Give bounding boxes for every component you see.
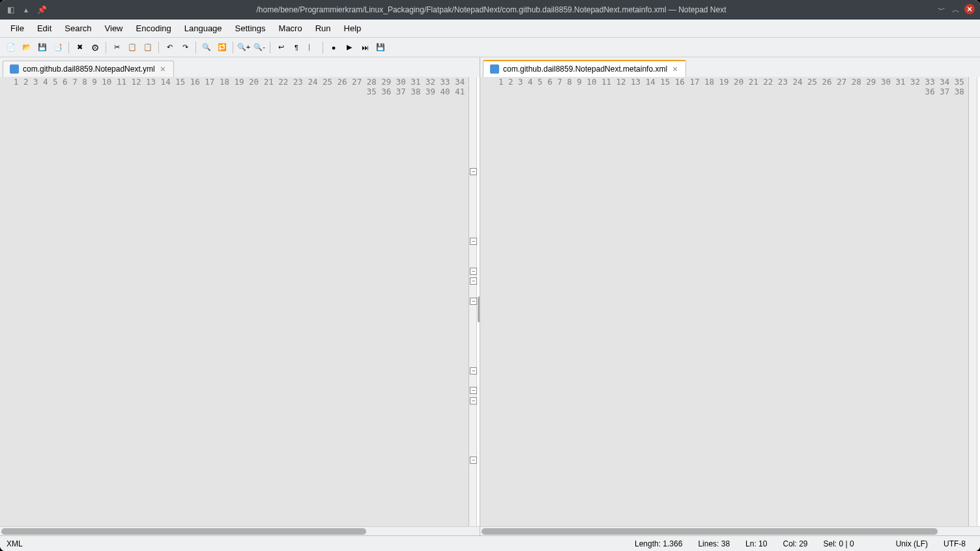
app-window: ◧ ▴ 📌 /home/bene/Programmierkram/Linux_P… — [0, 0, 980, 551]
close-all-icon[interactable]: ⮿ — [88, 40, 102, 55]
close-icon[interactable]: ✖ — [72, 40, 87, 55]
right-editor[interactable]: 1 2 3 4 5 6 7 8 9 10 11 12 13 14 15 16 1… — [480, 77, 980, 526]
find-icon[interactable]: 🔍 — [199, 40, 214, 55]
run-macro-icon[interactable]: ⏭ — [358, 40, 372, 55]
fold-gutter[interactable] — [969, 77, 977, 526]
status-length: Length: 1.366 — [627, 539, 690, 548]
record-macro-icon[interactable]: ● — [326, 40, 341, 55]
cut-icon[interactable]: ✂ — [109, 40, 124, 55]
status-encoding: UTF-8 — [936, 539, 973, 548]
titlebar: ◧ ▴ 📌 /home/bene/Programmierkram/Linux_P… — [0, 0, 980, 20]
statusbar: XML Length: 1.366 Lines: 38 Ln: 10 Col: … — [0, 535, 980, 551]
whitespace-icon[interactable]: ¶ — [289, 40, 304, 55]
tab-close-icon[interactable]: × — [671, 65, 679, 73]
fold-toggle[interactable]: − — [470, 277, 477, 285]
replace-icon[interactable]: 🔁 — [215, 40, 229, 55]
editor-area: com.github.dail8859.NotepadNext.yml × 1 … — [0, 57, 980, 535]
menu-encoding[interactable]: Encoding — [130, 21, 178, 36]
copy-icon[interactable]: 📋 — [125, 40, 139, 55]
file-icon — [490, 64, 499, 74]
file-icon — [10, 64, 19, 74]
save-macro-icon[interactable]: 💾 — [373, 40, 388, 55]
status-eol: Unix (LF) — [888, 539, 936, 548]
right-tab[interactable]: com.github.dail8859.NotepadNext.metainfo… — [483, 60, 686, 77]
fold-toggle[interactable]: − — [470, 387, 477, 394]
fold-toggle[interactable]: − — [470, 457, 477, 464]
tab-label: com.github.dail8859.NotepadNext.yml — [23, 64, 155, 74]
fold-toggle[interactable]: − — [470, 298, 477, 305]
menu-language[interactable]: Language — [178, 21, 229, 36]
left-pane: com.github.dail8859.NotepadNext.yml × 1 … — [0, 57, 480, 535]
zoom-in-icon[interactable]: 🔍+ — [237, 40, 251, 55]
fold-toggle[interactable]: − — [470, 397, 477, 404]
open-file-icon[interactable]: 📂 — [20, 40, 34, 55]
line-gutter: 1 2 3 4 5 6 7 8 9 10 11 12 13 14 15 16 1… — [0, 77, 469, 526]
tab-label: com.github.dail8859.NotepadNext.metainfo… — [503, 64, 667, 74]
menu-view[interactable]: View — [98, 21, 130, 36]
save-icon[interactable]: 💾 — [35, 40, 50, 55]
keep-above-icon[interactable]: ▴ — [21, 5, 31, 15]
new-file-icon[interactable]: 📄 — [4, 40, 18, 55]
status-sel: Sel: 0 | 0 — [816, 539, 862, 548]
minimize-button[interactable]: ﹀ — [936, 4, 947, 16]
undo-icon[interactable]: ↶ — [162, 40, 177, 55]
fold-gutter[interactable]: −−−−−−−−− — [469, 77, 477, 526]
right-pane: com.github.dail8859.NotepadNext.metainfo… — [480, 57, 980, 535]
maximize-button[interactable]: ︿ — [950, 4, 962, 16]
status-col: Col: 29 — [775, 539, 815, 548]
left-tabbar: com.github.dail8859.NotepadNext.yml × — [0, 57, 480, 77]
tab-close-icon[interactable]: × — [159, 65, 167, 73]
copy-file-icon[interactable]: 📑 — [51, 40, 65, 55]
left-tab[interactable]: com.github.dail8859.NotepadNext.yml × — [3, 61, 174, 77]
left-editor[interactable]: 1 2 3 4 5 6 7 8 9 10 11 12 13 14 15 16 1… — [0, 77, 480, 526]
right-tabbar: com.github.dail8859.NotepadNext.metainfo… — [480, 57, 980, 77]
app-menu-icon[interactable]: ◧ — [5, 5, 16, 15]
paste-icon[interactable]: 📋 — [141, 40, 155, 55]
menu-macro[interactable]: Macro — [272, 21, 309, 36]
toolbar: 📄📂💾📑✖⮿✂📋📋↶↷🔍🔁🔍+🔍-↩¶⎸●▶⏭💾 — [0, 38, 980, 57]
menu-edit[interactable]: Edit — [31, 21, 58, 36]
pin-icon[interactable]: 📌 — [36, 5, 47, 15]
line-gutter: 1 2 3 4 5 6 7 8 9 10 11 12 13 14 15 16 1… — [480, 77, 969, 526]
close-button[interactable] — [964, 4, 975, 14]
fold-toggle[interactable]: − — [470, 367, 477, 374]
window-title: /home/bene/Programmierkram/Linux_Packagi… — [47, 5, 936, 14]
redo-icon[interactable]: ↷ — [178, 40, 192, 55]
fold-toggle[interactable]: − — [470, 168, 477, 175]
menubar: FileEditSearchViewEncodingLanguageSettin… — [0, 20, 980, 38]
menu-help[interactable]: Help — [338, 21, 368, 36]
menu-run[interactable]: Run — [309, 21, 338, 36]
menu-file[interactable]: File — [4, 21, 31, 36]
status-lang: XML — [7, 539, 627, 548]
menu-search[interactable]: Search — [58, 21, 98, 36]
fold-toggle[interactable]: − — [470, 238, 477, 245]
menu-settings[interactable]: Settings — [229, 21, 272, 36]
status-line: Ln: 10 — [738, 539, 775, 548]
indent-guide-icon[interactable]: ⎸ — [305, 40, 319, 55]
h-scrollbar[interactable] — [480, 526, 980, 535]
code-area[interactable]: <?xml version="1.0" encoding="UTF-8"?><!… — [977, 77, 980, 526]
h-scrollbar[interactable] — [0, 526, 480, 535]
fold-toggle[interactable]: − — [470, 268, 477, 275]
zoom-out-icon[interactable]: 🔍- — [252, 40, 267, 55]
status-lines: Lines: 38 — [690, 539, 738, 548]
play-macro-icon[interactable]: ▶ — [342, 40, 356, 55]
wordwrap-icon[interactable]: ↩ — [274, 40, 288, 55]
